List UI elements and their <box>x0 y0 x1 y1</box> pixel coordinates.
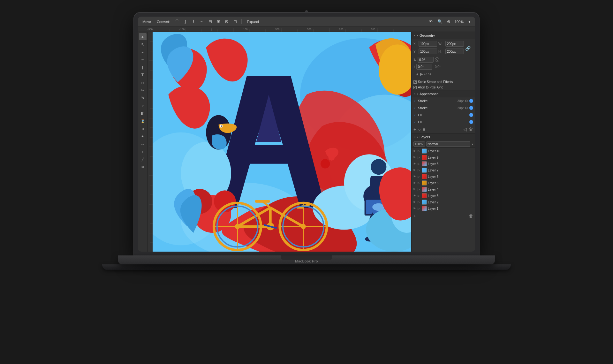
tool-rounded-rect[interactable]: ▭ <box>139 140 147 148</box>
layers-close-icon[interactable]: ✕ <box>413 136 416 139</box>
rotate-left-icon[interactable]: ↩ <box>424 72 427 76</box>
rotation2-input[interactable] <box>416 64 432 70</box>
tool-pencil[interactable]: ✏ <box>139 56 147 63</box>
tool-shape[interactable]: □ <box>139 79 147 86</box>
layer8-arrow-icon[interactable]: ▷ <box>418 162 421 165</box>
tool-rotate[interactable]: ↻ <box>139 95 147 102</box>
curve1-icon[interactable]: ⌒ <box>174 19 180 25</box>
flip-v-icon[interactable]: ▶ <box>420 72 423 76</box>
layer-row-8[interactable]: 👁 ▷ Layer 8 <box>412 161 475 167</box>
layer3-arrow-icon[interactable]: ▷ <box>418 194 421 197</box>
geometry-chevron-icon[interactable]: ▾ <box>417 34 418 37</box>
pen2-icon[interactable]: ⌁ <box>199 19 205 25</box>
appearance-arrow-left-icon[interactable]: ◁ <box>463 127 467 132</box>
layer7-arrow-icon[interactable]: ▷ <box>418 169 421 172</box>
layer2-arrow-icon[interactable]: ▷ <box>418 201 421 204</box>
toolbar-expand[interactable]: Expand <box>245 19 261 24</box>
scale-effects-checkbox[interactable] <box>413 80 417 84</box>
layer-row-5[interactable]: 👁 ▷ Layer 5 <box>412 180 475 186</box>
stroke1-gear-icon[interactable]: ⚙ <box>465 99 468 103</box>
layers-blend-select[interactable]: Normal Multiply Screen <box>426 141 470 147</box>
tool-direct-select[interactable]: ↖ <box>139 41 147 48</box>
layer4-arrow-icon[interactable]: ▷ <box>418 188 421 191</box>
pen1-icon[interactable]: ⌇ <box>190 19 197 25</box>
tool-select[interactable]: ▲ <box>139 33 147 40</box>
layer6-vis-icon[interactable]: 👁 <box>413 175 417 178</box>
appearance-fill2-row[interactable]: ✓ Fill <box>412 118 475 125</box>
geo-lock-icon[interactable]: 🔗 <box>465 46 471 51</box>
geometry-close-icon[interactable]: ✕ <box>413 34 416 37</box>
appearance-chevron-icon[interactable]: ▾ <box>417 93 418 95</box>
rotation1-input[interactable] <box>418 57 434 63</box>
layer10-arrow-icon[interactable]: ▷ <box>418 149 421 153</box>
layer-row-6[interactable]: 👁 ▷ Layer 6 <box>412 173 475 180</box>
tool-brush[interactable]: ∫ <box>139 64 147 71</box>
curve2-icon[interactable]: ∫ <box>182 19 188 25</box>
layer6-arrow-icon[interactable]: ▷ <box>418 175 421 178</box>
rotate-right-icon[interactable]: ↪ <box>428 72 431 76</box>
layer-row-4[interactable]: 👁 ▷ Layer 4 <box>412 186 475 193</box>
tool-type[interactable]: T <box>139 72 147 79</box>
layer4-vis-icon[interactable]: 👁 <box>413 188 417 191</box>
zoom-out-icon[interactable]: 🔍 <box>437 19 443 25</box>
eye-icon[interactable]: 👁 <box>428 19 434 25</box>
zoom-dropdown-icon[interactable]: ▾ <box>466 19 473 25</box>
layer-row-9[interactable]: 👁 ▷ Layer 9 <box>412 154 475 161</box>
zoom-in-icon[interactable]: ⊕ <box>446 19 452 25</box>
tool-ellipse[interactable]: ○ <box>139 148 147 155</box>
layer9-vis-icon[interactable]: 👁 <box>413 156 417 159</box>
layer9-arrow-icon[interactable]: ▷ <box>418 156 421 159</box>
layer10-vis-icon[interactable]: 👁 <box>413 149 417 153</box>
appearance-stroke1-row[interactable]: ✓ Stroke 30pt ⚙ <box>412 97 475 104</box>
tool-transform[interactable]: ⊞ <box>139 163 147 171</box>
align2-icon[interactable]: ⊞ <box>215 19 222 25</box>
tool-line[interactable]: ╱ <box>139 156 147 163</box>
layers-chevron-icon[interactable]: ▾ <box>417 136 418 139</box>
layer-row-2[interactable]: 👁 ▷ Layer 2 <box>412 199 475 205</box>
layer-row-10[interactable]: 👁 ▷ Layer 10 <box>412 148 475 154</box>
align4-icon[interactable]: ⊡ <box>232 19 238 25</box>
layer-row-7[interactable]: 👁 ▷ Layer 7 <box>412 167 475 173</box>
geo-w-input[interactable] <box>445 41 464 47</box>
tool-eyedropper[interactable]: ⌛ <box>139 118 147 125</box>
appearance-stroke2-row[interactable]: ✓ Stroke 20pt ⚙ <box>412 104 475 111</box>
layer-row-3[interactable]: 👁 ▷ Layer 3 <box>412 193 475 199</box>
layer2-thumb <box>422 200 427 205</box>
appearance-circle-icon[interactable]: ○ <box>418 127 420 132</box>
layers-opacity-input[interactable] <box>413 141 425 147</box>
tool-star[interactable]: ★ <box>139 133 147 140</box>
rotation-circle[interactable] <box>435 57 439 62</box>
align3-icon[interactable]: ⊠ <box>223 19 230 25</box>
appearance-square-icon[interactable]: ■ <box>423 127 425 132</box>
layer3-vis-icon[interactable]: 👁 <box>413 194 417 197</box>
appearance-add-icon[interactable]: + <box>413 127 416 132</box>
layer7-vis-icon[interactable]: 👁 <box>413 169 417 172</box>
tool-pen[interactable]: ✒ <box>139 49 147 56</box>
appearance-close-icon[interactable]: ✕ <box>413 93 416 95</box>
flip-h-icon[interactable]: ▲ <box>415 72 419 76</box>
tool-scale[interactable]: ⤢ <box>139 102 147 109</box>
appearance-fill1-row[interactable]: ✓ Fill <box>412 111 475 118</box>
layer1-arrow-icon[interactable]: ▷ <box>418 207 421 210</box>
tool-zoom[interactable]: ⊕ <box>139 125 147 132</box>
geo-x-input[interactable] <box>419 41 437 47</box>
geo-y-input[interactable] <box>419 49 437 54</box>
canvas-area[interactable] <box>148 32 411 252</box>
layer5-vis-icon[interactable]: 👁 <box>413 181 417 185</box>
layers-trash-icon[interactable]: 🗑 <box>469 213 473 218</box>
layers-add-icon[interactable]: + <box>413 213 416 218</box>
tool-scissors[interactable]: ✂ <box>139 87 147 94</box>
tool-gradient[interactable]: ◧ <box>139 110 147 117</box>
toolbar-convert[interactable]: Convert: <box>155 19 172 24</box>
layer5-arrow-icon[interactable]: ▷ <box>418 181 421 185</box>
geo-h-input[interactable] <box>445 49 464 54</box>
toolbar-move[interactable]: Move <box>140 19 153 24</box>
layer8-vis-icon[interactable]: 👁 <box>413 162 417 165</box>
layer1-vis-icon[interactable]: 👁 <box>413 207 417 210</box>
align1-icon[interactable]: ⊟ <box>207 19 213 25</box>
appearance-trash-icon[interactable]: 🗑 <box>469 127 473 132</box>
stroke2-gear-icon[interactable]: ⚙ <box>465 106 468 110</box>
layer2-vis-icon[interactable]: 👁 <box>413 201 417 204</box>
align-pixel-checkbox[interactable] <box>413 86 417 89</box>
layer-row-1[interactable]: 👁 ▷ Layer 1 <box>412 205 475 212</box>
